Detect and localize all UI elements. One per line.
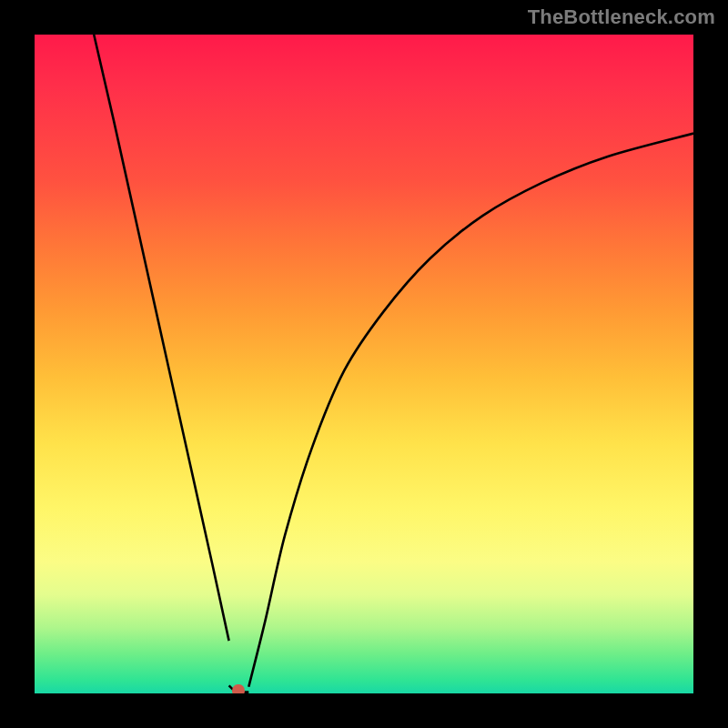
chart-container: TheBottleneck.com <box>0 0 728 728</box>
bottleneck-curve <box>35 35 693 693</box>
plot-area <box>35 35 693 693</box>
curve-left-branch <box>94 35 228 641</box>
minimum-dot <box>232 684 245 693</box>
watermark-text: TheBottleneck.com <box>528 5 715 29</box>
curve-right-branch <box>248 134 693 687</box>
